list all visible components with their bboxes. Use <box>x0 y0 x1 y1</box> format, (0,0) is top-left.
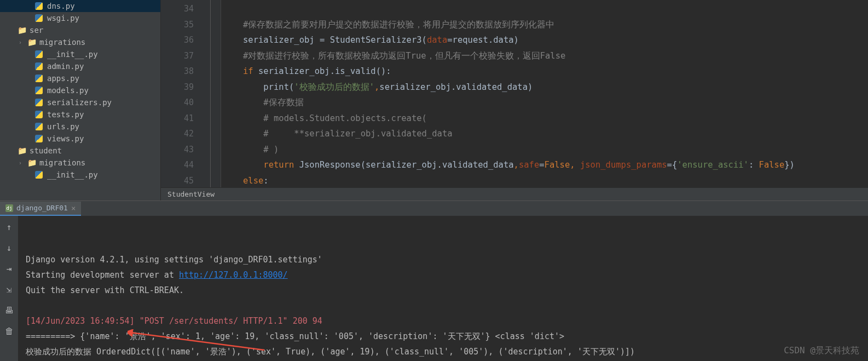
code-line[interactable]: else: <box>243 173 868 189</box>
tree-label: urls.py <box>47 122 79 131</box>
terminal-line: [14/Jun/2023 16:49:54] "POST /ser/studen… <box>26 313 860 329</box>
code-line[interactable]: if serializer_obj.is_valid(): <box>243 64 868 79</box>
line-number: 44 <box>161 157 194 173</box>
code-editor[interactable]: 343536373839404142434445 #保存数据之前要对用户提交的数… <box>161 0 868 200</box>
line-number: 37 <box>161 48 194 64</box>
chevron-right-icon: › <box>19 39 27 45</box>
python-icon <box>35 134 45 143</box>
line-number: 42 <box>161 126 194 142</box>
terminal-line: =========> {'name': '景浩', 'sex': 1, 'age… <box>26 329 860 344</box>
python-icon <box>35 98 45 107</box>
folder-icon <box>18 26 27 35</box>
folder-icon <box>27 158 37 167</box>
down-icon[interactable]: ↓ <box>4 242 15 253</box>
folder-icon <box>27 38 37 47</box>
watermark: CSDN @景天科技苑 <box>784 345 859 357</box>
tree-item-models.py[interactable]: models.py <box>0 84 160 96</box>
terminal-line: Starting development server at http://12… <box>26 267 860 283</box>
tree-item-dns.py[interactable]: dns.py <box>0 0 160 12</box>
tree-item-migrations[interactable]: ›migrations <box>0 36 160 48</box>
tree-label: __init__.py <box>47 170 98 179</box>
python-icon <box>35 62 45 71</box>
python-icon <box>35 110 45 119</box>
tree-item-apps.py[interactable]: apps.py <box>0 72 160 84</box>
python-icon <box>35 2 45 10</box>
tree-item-admin.py[interactable]: admin.py <box>0 60 160 72</box>
chevron-right-icon: › <box>19 160 27 166</box>
run-tabs: dj django_DRF01 × <box>0 200 868 216</box>
code-line[interactable]: #保存数据 <box>243 95 868 111</box>
tree-item-wsgi.py[interactable]: wsgi.py <box>0 12 160 24</box>
line-number: 36 <box>161 32 194 48</box>
fold-gutter <box>205 0 221 200</box>
python-icon <box>35 122 45 131</box>
tree-label: ser <box>30 26 43 35</box>
tree-label: dns.py <box>47 2 75 10</box>
tree-label: serializers.py <box>47 98 112 107</box>
up-icon[interactable]: ↑ <box>4 221 15 232</box>
terminal-toolbar: ↑ ↓ ⇥ ⇲ 🖶 🗑 <box>0 216 18 361</box>
line-number: 39 <box>161 79 194 95</box>
code-line[interactable]: return JsonResponse(serializer_obj.valid… <box>243 157 868 173</box>
scroll-icon[interactable]: ⇲ <box>4 284 15 295</box>
code-content[interactable]: #保存数据之前要对用户提交的数据进行校验，将用户提交的数据放到序列化器中seri… <box>221 0 868 200</box>
code-line[interactable]: #对数据进行校验，所有数据校验成功返回True，但凡有一个校验失败，返回Fals… <box>243 48 868 64</box>
tree-label: admin.py <box>47 62 84 71</box>
folder-icon <box>18 146 27 155</box>
line-number: 34 <box>161 1 194 17</box>
tree-item-views.py[interactable]: views.py <box>0 133 160 145</box>
tree-label: migrations <box>39 158 85 167</box>
line-number: 38 <box>161 64 194 79</box>
code-line[interactable]: # ) <box>243 142 868 158</box>
server-url-link[interactable]: http://127.0.0.1:8000/ <box>179 270 288 280</box>
tree-item-__init__.py[interactable]: __init__.py <box>0 48 160 60</box>
terminal-line <box>26 298 860 313</box>
tree-item-tests.py[interactable]: tests.py <box>0 108 160 121</box>
tree-item-ser[interactable]: ser <box>0 24 160 36</box>
line-number: 45 <box>161 173 194 189</box>
code-line[interactable] <box>243 1 868 17</box>
terminal-line: Django version 4.2.1, using settings 'dj… <box>26 252 860 267</box>
terminal-line: Quit the server with CTRL-BREAK. <box>26 283 860 298</box>
tree-item-student[interactable]: student <box>0 145 160 157</box>
project-tree[interactable]: dns.pywsgi.pyser›migrations__init__.pyad… <box>0 0 161 200</box>
code-line[interactable]: #保存数据之前要对用户提交的数据进行校验，将用户提交的数据放到序列化器中 <box>243 17 868 33</box>
close-icon[interactable]: × <box>71 204 76 213</box>
tree-label: __init__.py <box>47 50 98 59</box>
code-line[interactable]: # **serializer_obj.validated_data <box>243 126 868 142</box>
tree-label: wsgi.py <box>47 14 79 22</box>
python-icon <box>35 14 45 22</box>
tree-item-serializers.py[interactable]: serializers.py <box>0 96 160 108</box>
terminal-output[interactable]: Django version 4.2.1, using settings 'dj… <box>18 216 868 361</box>
django-icon: dj <box>5 204 13 212</box>
line-number: 43 <box>161 142 194 158</box>
tree-item-__init__.py[interactable]: __init__.py <box>0 169 160 181</box>
terminal-line: 校验成功后的数据 OrderedDict([('name', '景浩'), ('… <box>26 344 860 359</box>
breadcrumb[interactable]: StudentView <box>161 187 868 200</box>
tree-label: models.py <box>47 86 89 95</box>
tab-label: django_DRF01 <box>16 204 68 212</box>
python-icon <box>35 170 45 179</box>
line-number: 35 <box>161 17 194 33</box>
tree-item-migrations[interactable]: ›migrations <box>0 157 160 169</box>
tree-label: apps.py <box>47 74 79 83</box>
tree-label: tests.py <box>47 110 84 119</box>
code-line[interactable]: serializer_obj = StudentSerializer3(data… <box>243 32 868 48</box>
run-tab-django[interactable]: dj django_DRF01 × <box>0 202 81 216</box>
trash-icon[interactable]: 🗑 <box>4 325 15 336</box>
python-icon <box>35 74 45 83</box>
tree-label: views.py <box>47 134 84 143</box>
line-number: 41 <box>161 111 194 127</box>
line-gutter: 343536373839404142434445 <box>161 0 205 200</box>
python-icon <box>35 50 45 59</box>
python-icon <box>35 86 45 95</box>
tree-label: student <box>30 146 62 155</box>
tree-label: migrations <box>39 38 85 47</box>
line-number: 40 <box>161 95 194 111</box>
tree-item-urls.py[interactable]: urls.py <box>0 121 160 133</box>
wrap-icon[interactable]: ⇥ <box>4 263 15 274</box>
code-line[interactable]: # models.Student.objects.create( <box>243 111 868 127</box>
print-icon[interactable]: 🖶 <box>4 305 15 316</box>
code-line[interactable]: print('校验成功后的数据',serializer_obj.validate… <box>243 79 868 95</box>
